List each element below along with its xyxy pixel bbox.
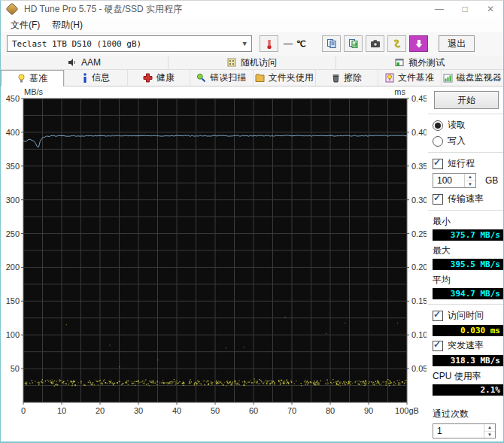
- tab-erase[interactable]: 擦除: [315, 70, 378, 86]
- checkbox-icon: [433, 311, 443, 321]
- tab-aam[interactable]: AAM: [1, 56, 169, 69]
- transfer-rate-checkbox[interactable]: 传输速率: [433, 193, 503, 205]
- tab-info[interactable]: 信息: [64, 70, 126, 86]
- y-left-tick-label: 200: [6, 262, 20, 272]
- tab-extra-tests[interactable]: 额外测试: [336, 56, 503, 69]
- burst-rate-checkbox[interactable]: 突发速率: [433, 339, 503, 352]
- access-time-dot: [65, 383, 65, 384]
- access-time-dot: [169, 383, 169, 384]
- copy-button[interactable]: [322, 35, 341, 52]
- access-time-dot: [378, 383, 379, 384]
- app-window: HD Tune Pro 5.75 - 硬盘/SSD 实用程序 — □ ✕ 文件(…: [0, 0, 504, 443]
- menu-file[interactable]: 文件(F): [5, 17, 46, 33]
- pass-count-spinner[interactable]: 1 ▲ ▼: [433, 423, 496, 438]
- access-time-dot: [109, 381, 110, 382]
- access-time-dot: [318, 384, 319, 385]
- access-time-dot: [364, 385, 365, 386]
- access-time-dot: [316, 382, 317, 383]
- access-time-dot: [163, 383, 164, 384]
- access-time-dot: [219, 383, 220, 384]
- access-time-dot: [393, 383, 393, 384]
- access-time-dot: [244, 384, 245, 384]
- access-time-dot: [26, 384, 27, 385]
- menu-help[interactable]: 帮助(H): [46, 17, 89, 33]
- tab-random-access[interactable]: 随机访问: [169, 56, 336, 69]
- access-time-dot: [101, 382, 102, 383]
- access-time-dot: [326, 384, 326, 384]
- access-time-dot: [109, 383, 110, 384]
- access-time-dot: [305, 380, 305, 381]
- access-time-dot: [35, 381, 35, 381]
- access-time-dot: [254, 382, 255, 383]
- y-right-axis-title: ms: [394, 87, 405, 96]
- access-time-dot: [142, 381, 143, 382]
- maximize-button[interactable]: □: [452, 1, 478, 17]
- access-time-dot: [246, 383, 247, 384]
- access-time-dot: [317, 383, 318, 384]
- x-tick-label: 60: [249, 406, 258, 415]
- access-time-dot: [38, 381, 39, 382]
- tab-file-benchmark[interactable]: 文件基准: [378, 70, 440, 86]
- disk-monitor-icon: [443, 74, 453, 83]
- x-tick-label: 50: [211, 406, 220, 415]
- screenshot-button[interactable]: [366, 35, 384, 52]
- access-time-dot: [90, 382, 91, 383]
- access-time-dot: [283, 383, 284, 384]
- access-time-dot: [344, 384, 345, 384]
- access-time-dot: [272, 383, 272, 384]
- chart-svg: MB/sms501001502002503003504004500.050.10…: [1, 86, 427, 423]
- spinner-down-icon[interactable]: ▼: [484, 432, 495, 438]
- access-time-dot: [51, 381, 52, 382]
- tab-folder-usage[interactable]: 文件夹使用: [253, 70, 315, 86]
- start-button[interactable]: 开始: [434, 91, 499, 109]
- access-time-dot: [25, 383, 26, 384]
- x-tick-label: 30: [134, 406, 143, 415]
- access-time-dot: [378, 381, 379, 382]
- access-time-dot: [232, 384, 232, 385]
- access-time-dot: [405, 382, 405, 383]
- access-time-dot: [68, 384, 68, 385]
- access-time-dot: [281, 383, 282, 384]
- save-button[interactable]: [387, 35, 406, 52]
- access-time-dot: [174, 379, 175, 380]
- spinner-up-icon[interactable]: ▲: [465, 174, 475, 181]
- tab-label: 磁盘监视器: [457, 71, 502, 84]
- access-time-dot: [175, 381, 176, 382]
- access-time-dot: [340, 381, 341, 382]
- access-time-dot: [176, 384, 177, 384]
- info-icon: [82, 73, 88, 83]
- tab-disk-monitor[interactable]: 磁盘监视器: [441, 70, 503, 86]
- tab-label: AAM: [81, 57, 101, 68]
- copy-image-button[interactable]: [344, 35, 363, 52]
- temperature-button[interactable]: [260, 35, 278, 52]
- temperature-unit: ℃: [296, 39, 305, 49]
- access-time-dot: [254, 378, 255, 379]
- access-time-dot: [146, 384, 147, 385]
- exit-button[interactable]: 退出: [439, 35, 475, 52]
- tab-benchmark[interactable]: 基准: [1, 70, 64, 86]
- update-button[interactable]: [409, 35, 428, 52]
- minimize-button[interactable]: —: [427, 1, 452, 17]
- close-button[interactable]: ✕: [478, 1, 503, 17]
- write-radio[interactable]: 写入: [433, 135, 503, 147]
- access-time-dot: [365, 384, 366, 384]
- capacity-spinner[interactable]: 100 ▲ ▼: [433, 173, 476, 188]
- read-radio[interactable]: 读取: [433, 119, 503, 132]
- spinner-up-icon[interactable]: ▲: [484, 424, 495, 432]
- access-time-dot: [94, 384, 95, 385]
- spinner-down-icon[interactable]: ▼: [465, 181, 475, 188]
- access-time-checkbox[interactable]: 访问时间: [433, 309, 503, 322]
- access-time-dot: [327, 382, 328, 383]
- tab-error-scan[interactable]: 错误扫描: [190, 70, 252, 86]
- access-time-dot: [360, 384, 360, 385]
- menu-bar: 文件(F) 帮助(H): [1, 17, 503, 32]
- access-time-dot: [260, 380, 261, 381]
- access-time-dot: [57, 384, 58, 385]
- drive-select-combobox[interactable]: Teclast 1TB DS10 (1000 gB) ▼: [7, 35, 252, 52]
- tab-health[interactable]: 健康: [127, 70, 190, 86]
- access-time-dot: [155, 383, 156, 384]
- access-time-dot: [67, 380, 68, 381]
- access-time-dot: [386, 384, 387, 384]
- short-stroke-checkbox[interactable]: 短行程: [433, 157, 503, 170]
- access-time-dot: [132, 381, 132, 381]
